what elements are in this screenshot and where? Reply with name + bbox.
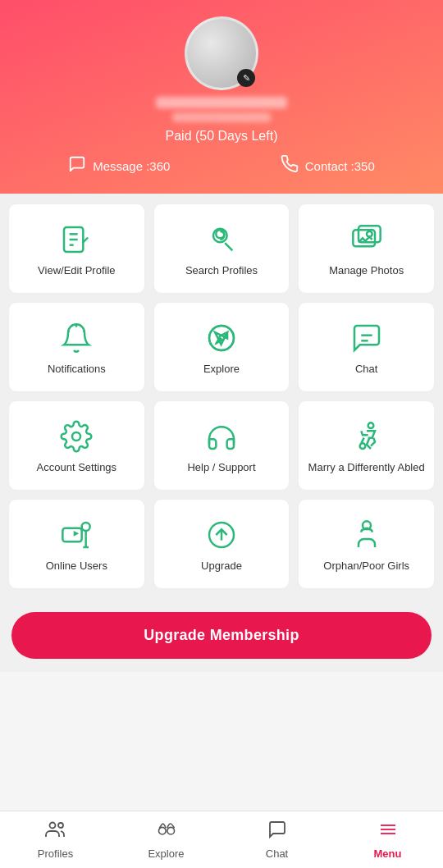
grid-item-account-settings[interactable]: Account Settings xyxy=(8,400,145,491)
grid-label-explore: Explore xyxy=(203,363,240,377)
nav-item-explore[interactable]: Explore xyxy=(111,813,222,866)
explore-icon xyxy=(156,820,177,844)
grid-item-chat[interactable]: Chat xyxy=(298,302,435,392)
grid-item-view-edit-profile[interactable]: View/Edit Profile xyxy=(8,203,145,294)
user-subtitle-blur xyxy=(172,112,271,122)
user-name-blur xyxy=(156,97,287,108)
nav-label-chat: Chat xyxy=(266,847,288,860)
svg-point-27 xyxy=(158,827,166,834)
svg-point-19 xyxy=(359,443,365,449)
profiles-icon xyxy=(45,820,66,844)
grid-label-search-profiles: Search Profiles xyxy=(185,264,258,278)
upgrade-membership-button[interactable]: Upgrade Membership xyxy=(11,612,432,659)
phone-icon xyxy=(281,155,299,177)
svg-line-6 xyxy=(225,243,232,250)
paid-label: Paid (50 Days Left) xyxy=(166,129,278,144)
grid-item-online-users[interactable]: Online Users xyxy=(8,499,145,589)
grid-label-upgrade: Upgrade xyxy=(201,560,242,573)
menu-grid: View/Edit Profile Search Profiles Manage… xyxy=(8,203,435,589)
nav-item-menu[interactable]: Menu xyxy=(332,813,443,866)
grid-label-orphan-poor-girls: Orphan/Poor Girls xyxy=(323,560,409,573)
svg-rect-20 xyxy=(63,528,82,541)
message-stat: Message :360 xyxy=(68,155,170,177)
avatar-edit-icon[interactable]: ✎ xyxy=(237,69,255,87)
svg-point-25 xyxy=(49,823,55,829)
svg-point-18 xyxy=(368,423,373,428)
grid-item-help-support[interactable]: Help / Support xyxy=(153,400,290,491)
nav-item-chat[interactable]: Chat xyxy=(222,813,332,866)
nav-item-profiles[interactable]: Profiles xyxy=(0,813,111,866)
menu-icon xyxy=(377,820,399,844)
nav-label-explore: Explore xyxy=(148,847,184,860)
grid-label-help-support: Help / Support xyxy=(187,461,255,475)
svg-point-21 xyxy=(82,523,90,531)
bottom-nav: Profiles Explore Chat xyxy=(0,811,443,868)
stats-row: Message :360 Contact :350 xyxy=(0,155,443,177)
grid-item-notifications[interactable]: Notifications xyxy=(8,302,145,392)
header: ✎ Paid (50 Days Left) Message :360 Conta… xyxy=(0,0,443,194)
chat-icon xyxy=(267,820,288,844)
svg-point-28 xyxy=(167,827,174,834)
grid-item-explore[interactable]: Explore xyxy=(153,302,290,392)
contact-stat: Contact :350 xyxy=(281,155,375,177)
grid-label-chat: Chat xyxy=(355,363,377,377)
grid-label-view-edit-profile: View/Edit Profile xyxy=(38,264,115,278)
svg-point-17 xyxy=(72,432,80,441)
grid-label-manage-photos: Manage Photos xyxy=(329,264,404,278)
grid-label-account-settings: Account Settings xyxy=(37,461,117,475)
grid-item-marry-differently-abled[interactable]: Marry a Differently Abled xyxy=(298,400,435,491)
contact-count: Contact :350 xyxy=(305,159,375,173)
upgrade-section: Upgrade Membership xyxy=(0,599,443,672)
grid-label-marry-differently-abled: Marry a Differently Abled xyxy=(308,461,425,475)
message-icon xyxy=(68,155,86,177)
grid-section: View/Edit Profile Search Profiles Manage… xyxy=(0,194,443,599)
grid-label-online-users: Online Users xyxy=(46,560,107,573)
grid-item-orphan-poor-girls[interactable]: Orphan/Poor Girls xyxy=(298,499,435,589)
grid-item-search-profiles[interactable]: Search Profiles xyxy=(153,203,290,294)
grid-item-upgrade[interactable]: Upgrade xyxy=(153,499,290,589)
grid-item-manage-photos[interactable]: Manage Photos xyxy=(298,203,435,294)
svg-point-26 xyxy=(58,823,63,828)
grid-label-notifications: Notifications xyxy=(48,363,106,377)
nav-label-menu: Menu xyxy=(374,847,402,860)
message-count: Message :360 xyxy=(93,159,170,173)
nav-label-profiles: Profiles xyxy=(38,847,73,860)
avatar-wrap[interactable]: ✎ xyxy=(185,16,258,90)
